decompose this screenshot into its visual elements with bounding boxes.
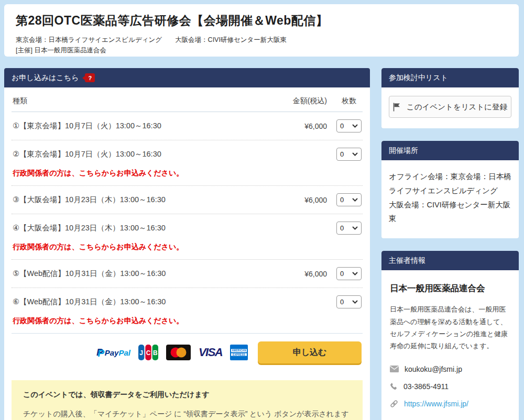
ticket-price: ¥6,000 xyxy=(280,270,327,278)
organizer-panel: 主催者情報 日本一般用医薬品連合会 日本一般用医薬品連合会は、一般用医薬品への理… xyxy=(381,251,519,420)
quantity-value: 0 xyxy=(340,270,344,278)
help-icon[interactable]: ? xyxy=(85,73,95,82)
chevron-down-icon xyxy=(352,198,358,202)
ticket-row: ⑥【Web配信】10月31日（金）13:00～16:30 0 xyxy=(12,288,363,316)
svg-text:AMERICAN: AMERICAN xyxy=(232,349,247,352)
jcb-icon: J C B xyxy=(138,345,158,360)
svg-text:B: B xyxy=(153,349,158,357)
application-panel: お申し込みはこちら ? 種類 金額(税込) 枚数 ①【東京会場】10月7日（火）… xyxy=(4,68,370,420)
venues-line: 東京会場：日本橋ライフサイエンスビルディング 大阪会場：CIVI研修センター新大… xyxy=(16,35,507,45)
svg-text:C: C xyxy=(146,349,151,357)
column-price: 金額(税込) xyxy=(280,96,327,106)
ticket-row: ②【東京会場】10月7日（火）13:00～16:30 0 xyxy=(12,140,363,168)
ticket-label: ②【東京会場】10月7日（火）13:00～16:30 xyxy=(13,149,280,159)
chevron-down-icon xyxy=(352,272,358,275)
ticket-price: ¥6,000 xyxy=(280,122,327,130)
ticket-block: ①【東京会場】10月7日（火）13:00～16:30 ¥6,000 0 xyxy=(12,112,363,140)
chevron-down-icon xyxy=(352,226,358,230)
quantity-select[interactable]: 0 xyxy=(336,148,362,161)
phone-icon xyxy=(390,382,398,390)
ticket-block: ⑥【Web配信】10月31日（金）13:00～16:30 0 行政関係者の方は、… xyxy=(12,288,363,333)
venue-header: 開催場所 xyxy=(381,141,519,160)
svg-text:J: J xyxy=(139,349,143,357)
application-header-label: お申し込みはこちら xyxy=(12,73,79,83)
quantity-select[interactable]: 0 xyxy=(336,295,362,308)
quantity-value: 0 xyxy=(340,224,344,232)
table-header: 種類 金額(税込) 枚数 xyxy=(12,87,363,112)
paypal-mark-icon: P xyxy=(96,347,103,358)
ticket-label: ④【大阪会場】10月23日（木）13:00～16:30 xyxy=(13,223,280,233)
amex-icon: AMERICAN EXPRESS xyxy=(230,345,248,360)
organizer-email: koukoku@jfsmi.jp xyxy=(405,365,462,373)
admin-note[interactable]: 行政関係者の方は、こちらからお申込みください。 xyxy=(12,168,363,185)
quantity-value: 0 xyxy=(340,150,344,158)
svg-text:EXPRESS: EXPRESS xyxy=(233,353,245,356)
organizer-url-row: https://www.jfsmi.jp/ xyxy=(390,400,510,408)
ticket-block: ⑤【Web配信】10月31日（金）13:00～16:30 ¥6,000 0 xyxy=(12,260,363,288)
ticket-label: ⑤【Web配信】10月31日（金）13:00～16:30 xyxy=(13,269,280,279)
admin-note[interactable]: 行政関係者の方は、こちらからお申込みください。 xyxy=(12,242,363,259)
visa-icon: VISA xyxy=(199,346,222,359)
ticket-block: ④【大阪会場】10月23日（木）13:00～16:30 0 行政関係者の方は、こ… xyxy=(12,214,363,260)
page-title: 第28回OTC医薬品等広告研修会【会場開催＆Web配信】 xyxy=(16,13,507,29)
organizer-phone-row: 03-3865-4911 xyxy=(390,382,510,391)
ticket-price: ¥6,000 xyxy=(280,196,327,204)
link-icon xyxy=(390,400,398,408)
payment-methods: P PayPal J C B xyxy=(96,345,248,360)
organizer-phone: 03-3865-4911 xyxy=(403,382,449,391)
organizer-description: 日本一般用医薬品連合会は、一般用医薬品への理解を深める活動を通して、セルフメディ… xyxy=(390,303,510,352)
chevron-down-icon xyxy=(352,124,358,128)
organizer-url-link[interactable]: https://www.jfsmi.jp/ xyxy=(404,400,468,408)
paypal-text: Pay xyxy=(105,348,119,357)
organizer-name: 日本一般用医薬品連合会 xyxy=(390,283,510,294)
ticket-block: ②【東京会場】10月7日（火）13:00～16:30 0 行政関係者の方は、こち… xyxy=(12,140,363,186)
chevron-down-icon xyxy=(352,152,358,156)
ticket-block: ③【大阪会場】10月23日（木）13:00～16:30 ¥6,000 0 xyxy=(12,186,363,214)
quantity-value: 0 xyxy=(340,122,344,130)
organizer-line: [主催] 日本一般用医薬品連合会 xyxy=(16,45,507,56)
paypal-text2: Pal xyxy=(118,348,130,357)
ticket-row: ④【大阪会場】10月23日（木）13:00～16:30 0 xyxy=(12,214,363,242)
venue-text: オフライン会場：東京会場：日本橋ライフサイエンスビルディング 大阪会場：CIVI… xyxy=(389,169,511,228)
watchlist-panel: 参加検討中リスト このイベントをリストに登録 xyxy=(381,68,519,128)
envelope-icon xyxy=(390,366,399,372)
ticket-label: ③【大阪会場】10月23日（木）13:00～16:30 xyxy=(13,195,280,205)
quantity-select[interactable]: 0 xyxy=(336,267,362,280)
register-watchlist-button[interactable]: このイベントをリストに登録 xyxy=(389,96,511,118)
ticket-label: ⑥【Web配信】10月31日（金）13:00～16:30 xyxy=(13,297,280,307)
ticket-label: ①【東京会場】10月7日（火）13:00～16:30 xyxy=(13,121,280,131)
admin-note[interactable]: 行政関係者の方は、こちらからお申込みください。 xyxy=(12,316,363,333)
quantity-select[interactable]: 0 xyxy=(336,119,362,132)
ticket-row: ⑤【Web配信】10月31日（金）13:00～16:30 ¥6,000 0 xyxy=(12,260,363,288)
quantity-value: 0 xyxy=(340,196,344,204)
ticket-row: ①【東京会場】10月7日（火）13:00～16:30 ¥6,000 0 xyxy=(12,112,363,140)
venue-panel: 開催場所 オフライン会場：東京会場：日本橋ライフサイエンスビルディング 大阪会場… xyxy=(381,141,519,238)
register-watchlist-label: このイベントをリストに登録 xyxy=(407,102,507,112)
apply-button[interactable]: 申し込む xyxy=(258,341,362,363)
organizer-header: 主催者情報 xyxy=(381,251,519,270)
quantity-select[interactable]: 0 xyxy=(336,193,362,206)
flag-icon xyxy=(393,103,401,112)
column-type: 種類 xyxy=(13,96,280,106)
ticket-row: ③【大阪会場】10月23日（木）13:00～16:30 ¥6,000 0 xyxy=(12,186,363,214)
receipt-notice-title: このイベントでは、領収書データをご利用いただけます xyxy=(23,390,351,400)
application-panel-header: お申し込みはこちら ? xyxy=(4,68,370,87)
quantity-select[interactable]: 0 xyxy=(336,222,362,235)
column-qty: 枚数 xyxy=(336,96,362,106)
payment-row: P PayPal J C B xyxy=(12,333,363,371)
quantity-value: 0 xyxy=(340,298,344,306)
receipt-notice: このイベントでは、領収書データをご利用いただけます チケットの購入後、「マイチケ… xyxy=(12,380,363,420)
event-subtitle: 東京会場：日本橋ライフサイエンスビルディング 大阪会場：CIVI研修センター新大… xyxy=(16,35,507,56)
chevron-down-icon xyxy=(352,300,358,304)
event-header-card: 第28回OTC医薬品等広告研修会【会場開催＆Web配信】 東京会場：日本橋ライフ… xyxy=(4,4,519,57)
mastercard-icon xyxy=(166,345,191,360)
receipt-notice-body: チケットの購入後、「マイチケット」ページ に “領収書データ表示” という ボタ… xyxy=(23,407,351,420)
organizer-email-row: koukoku@jfsmi.jp xyxy=(390,365,510,373)
paypal-icon: P PayPal xyxy=(96,347,130,358)
watchlist-header: 参加検討中リスト xyxy=(381,68,519,87)
